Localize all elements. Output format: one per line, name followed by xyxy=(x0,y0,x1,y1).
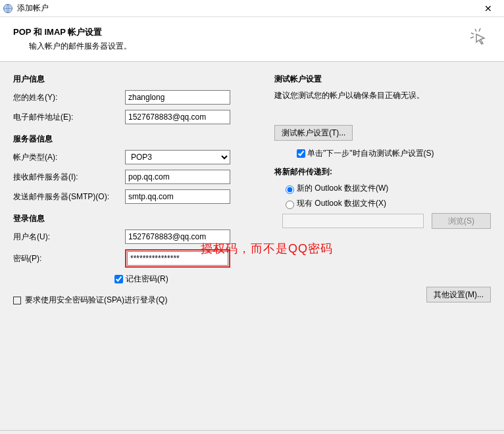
username-label: 用户名(U): xyxy=(13,231,125,243)
user-info-title: 用户信息 xyxy=(13,74,261,85)
outgoing-server-label: 发送邮件服务器(SMTP)(O): xyxy=(13,191,125,203)
svg-line-3 xyxy=(470,37,474,38)
radio-new-row[interactable]: 新的 Outlook 数据文件(W) xyxy=(282,183,491,194)
datafile-path-input[interactable] xyxy=(282,214,424,228)
incoming-server-label: 接收邮件服务器(I): xyxy=(13,172,125,183)
radio-existing-row[interactable]: 现有 Outlook 数据文件(X) xyxy=(282,198,491,209)
svg-line-1 xyxy=(475,29,476,32)
radio-existing-label: 现有 Outlook 数据文件(X) xyxy=(297,198,386,209)
other-settings-button[interactable]: 其他设置(M)... xyxy=(426,287,491,302)
outgoing-server-input[interactable] xyxy=(125,189,230,204)
email-input[interactable] xyxy=(125,110,230,124)
titlebar: 添加帐户 ✕ xyxy=(0,0,504,17)
test-settings-desc: 建议您测试您的帐户以确保条目正确无误。 xyxy=(274,90,491,101)
header-subtitle: 输入帐户的邮件服务器设置。 xyxy=(29,41,491,52)
radio-new-label: 新的 Outlook 数据文件(W) xyxy=(297,183,388,194)
click-cursor-icon xyxy=(468,26,490,47)
dialog-footer: < 上一步(B) 下一页(N) > 取消 xyxy=(0,430,504,434)
svg-line-2 xyxy=(471,33,474,34)
svg-line-4 xyxy=(479,28,480,32)
radio-new-datafile[interactable] xyxy=(286,185,294,194)
remember-password-checkbox[interactable] xyxy=(114,275,123,283)
header-title: POP 和 IMAP 帐户设置 xyxy=(13,26,491,38)
deliver-title: 将新邮件传递到: xyxy=(274,166,491,178)
name-input[interactable] xyxy=(125,90,230,105)
test-account-button[interactable]: 测试帐户设置(T)... xyxy=(274,125,353,141)
test-settings-title: 测试帐户设置 xyxy=(274,74,491,85)
browse-button[interactable]: 浏览(S) xyxy=(432,213,491,229)
name-label: 您的姓名(Y): xyxy=(13,92,125,103)
annotation-text: 授权码，而不是QQ密码 xyxy=(201,241,333,256)
email-label: 电子邮件地址(E): xyxy=(13,112,125,123)
remember-password-label: 记住密码(R) xyxy=(126,274,168,285)
auto-test-checkbox[interactable] xyxy=(297,149,305,158)
spa-row[interactable]: 要求使用安全密码验证(SPA)进行登录(Q) xyxy=(13,295,261,306)
radio-existing-datafile[interactable] xyxy=(286,201,294,209)
close-button[interactable]: ✕ xyxy=(475,3,501,14)
window-title: 添加帐户 xyxy=(17,3,475,14)
app-icon xyxy=(3,3,13,14)
spa-checkbox[interactable] xyxy=(13,297,21,304)
incoming-server-input[interactable] xyxy=(125,170,230,184)
right-column: 测试帐户设置 建议您测试您的帐户以确保条目正确无误。 测试帐户设置(T)... … xyxy=(261,74,491,306)
dialog-body: 用户信息 您的姓名(Y): 电子邮件地址(E): 服务器信息 帐户类型(A): … xyxy=(0,62,504,430)
auto-test-label: 单击"下一步"时自动测试帐户设置(S) xyxy=(307,148,434,159)
server-info-title: 服务器信息 xyxy=(13,133,261,145)
spa-label: 要求使用安全密码验证(SPA)进行登录(Q) xyxy=(25,295,167,306)
remember-password-row[interactable]: 记住密码(R) xyxy=(112,273,261,285)
password-label: 密码(P): xyxy=(13,253,125,264)
account-type-select[interactable]: POP3 xyxy=(125,150,230,164)
account-type-label: 帐户类型(A): xyxy=(13,152,125,163)
dialog-header: POP 和 IMAP 帐户设置 输入帐户的邮件服务器设置。 xyxy=(0,17,504,62)
auto-test-row[interactable]: 单击"下一步"时自动测试帐户设置(S) xyxy=(294,147,491,160)
login-info-title: 登录信息 xyxy=(13,213,261,224)
left-column: 用户信息 您的姓名(Y): 电子邮件地址(E): 服务器信息 帐户类型(A): … xyxy=(13,74,261,306)
